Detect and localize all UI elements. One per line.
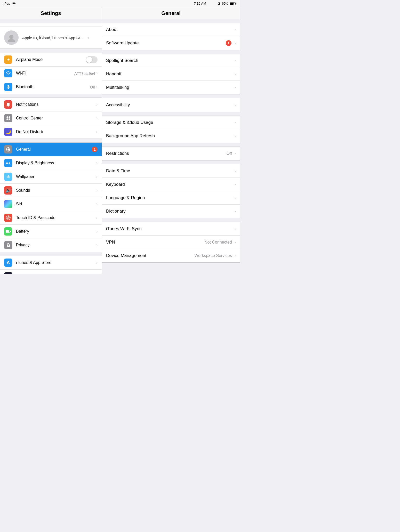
right-item-background-app-refresh[interactable]: Background App Refresh › bbox=[102, 129, 240, 143]
right-item-multitasking[interactable]: Multitasking › bbox=[102, 81, 240, 94]
privacy-chevron: › bbox=[96, 243, 98, 247]
wallpaper-label: Wallpaper bbox=[16, 174, 95, 179]
sidebar-item-wallet[interactable]: Wallet & Apple Pay › bbox=[0, 270, 102, 274]
dictionary-label: Dictionary bbox=[106, 209, 234, 214]
device-management-value: Workspace Services bbox=[194, 253, 232, 258]
background-app-refresh-chevron: › bbox=[235, 134, 236, 138]
right-item-storage[interactable]: Storage & iCloud Usage › bbox=[102, 116, 240, 129]
about-label: About bbox=[106, 27, 234, 32]
sidebar-item-control-center[interactable]: Control Center › bbox=[0, 111, 102, 125]
status-bar: iPad 7:16 AM 69% bbox=[0, 0, 240, 7]
control-center-chevron: › bbox=[96, 116, 98, 120]
general-label: General bbox=[16, 147, 90, 152]
sidebar-group-main: General 1 AA Display & Brightness › ❄ Wa… bbox=[0, 142, 102, 252]
right-group-about: About › Software Update 1 › bbox=[102, 23, 240, 50]
accessibility-chevron: › bbox=[235, 103, 236, 107]
itunes-wifi-sync-label: iTunes Wi-Fi Sync bbox=[106, 226, 234, 231]
privacy-label: Privacy bbox=[16, 243, 95, 247]
sidebar-item-notifications[interactable]: Notifications › bbox=[0, 98, 102, 111]
profile-item[interactable]: Apple ID, iCloud, iTunes & App St... › bbox=[0, 27, 102, 49]
restrictions-value: Off bbox=[227, 151, 232, 156]
sidebar-item-sounds[interactable]: 🔊 Sounds › bbox=[0, 184, 102, 197]
right-group-restrictions: Restrictions Off › bbox=[102, 147, 240, 160]
sidebar-group-connectivity: ✈ Airplane Mode Wi-Fi ATT7utz9e4 › bbox=[0, 53, 102, 94]
sidebar-item-general[interactable]: General 1 bbox=[0, 143, 102, 156]
right-item-device-management[interactable]: Device Management Workspace Services › bbox=[102, 249, 240, 262]
general-icon bbox=[4, 145, 12, 154]
sidebar-item-bluetooth[interactable]: Bluetooth On › bbox=[0, 80, 102, 94]
touch-id-icon bbox=[4, 214, 12, 222]
sidebar-item-airplane-mode[interactable]: ✈ Airplane Mode bbox=[0, 53, 102, 67]
sidebar-group-alerts: Notifications › Control Center › 🌙 Do N bbox=[0, 98, 102, 139]
svg-rect-23 bbox=[6, 230, 9, 232]
status-time: 7:16 AM bbox=[194, 2, 206, 5]
bluetooth-icon bbox=[4, 83, 12, 91]
siri-icon: ~ bbox=[4, 200, 12, 208]
right-group-accessibility: Accessibility › bbox=[102, 98, 240, 112]
sidebar-item-display-brightness[interactable]: AA Display & Brightness › bbox=[0, 156, 102, 170]
profile-section[interactable]: Apple ID, iCloud, iTunes & App St... › bbox=[0, 23, 102, 49]
multitasking-label: Multitasking bbox=[106, 85, 234, 90]
right-item-software-update[interactable]: Software Update 1 › bbox=[102, 36, 240, 50]
battery-label: Battery bbox=[16, 229, 95, 234]
bluetooth-value: On bbox=[90, 85, 95, 89]
sounds-label: Sounds bbox=[16, 188, 95, 193]
svg-rect-7 bbox=[8, 106, 9, 107]
right-item-about[interactable]: About › bbox=[102, 23, 240, 36]
itunes-app-store-chevron: › bbox=[96, 260, 98, 265]
sidebar-item-touch-id[interactable]: Touch ID & Passcode › bbox=[0, 211, 102, 225]
control-center-label: Control Center bbox=[16, 116, 95, 120]
sidebar-item-itunes-app-store[interactable]: A iTunes & App Store › bbox=[0, 256, 102, 270]
notifications-label: Notifications bbox=[16, 102, 95, 107]
right-item-restrictions[interactable]: Restrictions Off › bbox=[102, 147, 240, 160]
language-region-label: Language & Region bbox=[106, 195, 234, 200]
svg-point-11 bbox=[9, 118, 10, 120]
right-item-accessibility[interactable]: Accessibility › bbox=[102, 98, 240, 112]
display-brightness-icon: AA bbox=[4, 159, 12, 167]
sidebar-item-siri[interactable]: ~ Siri › bbox=[0, 197, 102, 211]
right-panel-title: General bbox=[161, 10, 180, 16]
svg-rect-22 bbox=[10, 231, 11, 232]
main-layout: Settings Apple ID, iCloud, iTunes & App … bbox=[0, 7, 240, 274]
device-management-chevron: › bbox=[235, 253, 236, 258]
sidebar-item-privacy[interactable]: Privacy › bbox=[0, 238, 102, 252]
right-item-keyboard[interactable]: Keyboard › bbox=[102, 178, 240, 191]
notifications-chevron: › bbox=[96, 102, 98, 107]
accessibility-label: Accessibility bbox=[106, 102, 234, 108]
sounds-chevron: › bbox=[96, 188, 98, 193]
device-label: iPad bbox=[4, 2, 10, 5]
sidebar: Settings Apple ID, iCloud, iTunes & App … bbox=[0, 7, 102, 274]
spotlight-search-label: Spotlight Search bbox=[106, 58, 234, 63]
vpn-chevron: › bbox=[235, 240, 236, 245]
wifi-label: Wi-Fi bbox=[16, 71, 72, 76]
sidebar-group-stores: A iTunes & App Store › Wallet & Apple Pa… bbox=[0, 256, 102, 274]
sidebar-item-battery[interactable]: Battery › bbox=[0, 225, 102, 238]
right-item-date-time[interactable]: Date & Time › bbox=[102, 164, 240, 178]
device-management-label: Device Management bbox=[106, 253, 194, 258]
keyboard-chevron: › bbox=[235, 182, 236, 187]
software-update-chevron: › bbox=[235, 41, 236, 45]
right-panel-header: General bbox=[102, 7, 240, 19]
profile-name: Apple ID, iCloud, iTunes & App St... bbox=[22, 36, 83, 40]
sidebar-item-wifi[interactable]: Wi-Fi ATT7utz9e4 › bbox=[0, 67, 102, 80]
right-item-spotlight-search[interactable]: Spotlight Search › bbox=[102, 54, 240, 67]
siri-chevron: › bbox=[96, 202, 98, 206]
date-time-label: Date & Time bbox=[106, 168, 234, 174]
restrictions-chevron: › bbox=[235, 151, 236, 156]
sidebar-item-do-not-disturb[interactable]: 🌙 Do Not Disturb › bbox=[0, 125, 102, 139]
wallet-icon bbox=[4, 272, 12, 274]
svg-point-13 bbox=[8, 149, 9, 150]
svg-point-9 bbox=[9, 116, 10, 118]
background-app-refresh-label: Background App Refresh bbox=[106, 133, 234, 139]
airplane-mode-toggle[interactable] bbox=[86, 56, 98, 63]
right-item-dictionary[interactable]: Dictionary › bbox=[102, 205, 240, 218]
handoff-label: Handoff bbox=[106, 71, 234, 77]
right-item-handoff[interactable]: Handoff › bbox=[102, 67, 240, 81]
bluetooth-chevron: › bbox=[96, 85, 98, 89]
sidebar-item-wallpaper[interactable]: ❄ Wallpaper › bbox=[0, 170, 102, 184]
right-item-language-region[interactable]: Language & Region › bbox=[102, 191, 240, 205]
right-item-vpn[interactable]: VPN Not Connected › bbox=[102, 236, 240, 249]
spotlight-search-chevron: › bbox=[235, 58, 236, 63]
bluetooth-label: Bluetooth bbox=[16, 85, 88, 89]
right-item-itunes-wifi-sync[interactable]: iTunes Wi-Fi Sync › bbox=[102, 222, 240, 236]
